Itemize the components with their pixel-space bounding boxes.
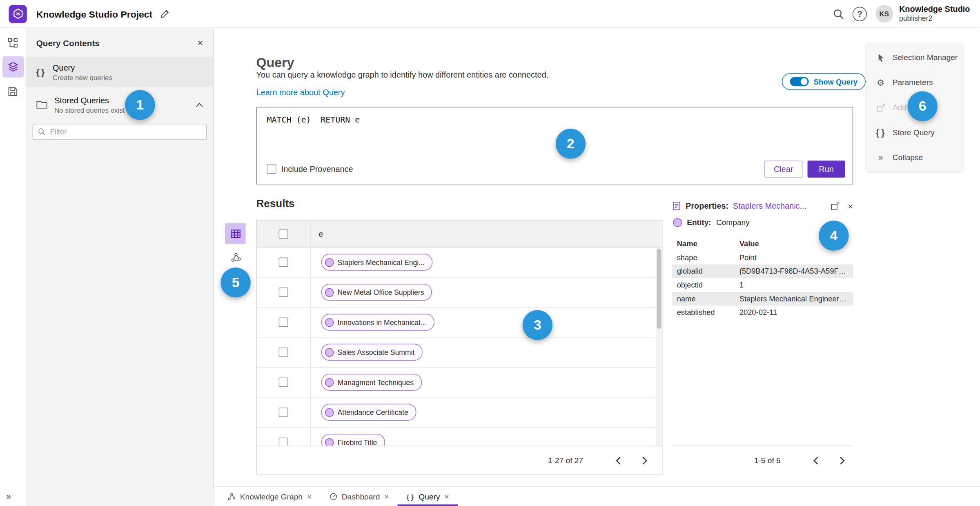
show-query-label: Show Query bbox=[814, 77, 858, 86]
entity-chip[interactable]: Staplers Mechanical Engi... bbox=[321, 254, 433, 270]
menu-item-label: Store Query bbox=[893, 128, 935, 137]
property-row: shape Point bbox=[672, 251, 853, 265]
layers-icon[interactable] bbox=[2, 56, 23, 78]
query-code-text[interactable]: MATCH (e) RETURN e bbox=[267, 115, 360, 125]
learn-more-link[interactable]: Learn more about Query bbox=[256, 87, 345, 97]
select-all-checkbox[interactable] bbox=[279, 229, 288, 239]
show-query-toggle[interactable]: Show Query bbox=[782, 73, 866, 90]
user-info[interactable]: Knowledge Studio publisher2 bbox=[899, 4, 970, 23]
run-button[interactable]: Run bbox=[808, 160, 845, 177]
scrollbar-thumb[interactable] bbox=[657, 249, 662, 329]
top-bar: Knowledge Studio Project ? KS Knowledge … bbox=[0, 0, 980, 28]
entity-chip[interactable]: Sales Associate Summit bbox=[321, 344, 423, 361]
row-checkbox[interactable] bbox=[279, 408, 288, 417]
properties-entity-link[interactable]: Staplers Mechanic... bbox=[733, 201, 806, 211]
app-logo-icon[interactable] bbox=[9, 4, 27, 22]
close-icon[interactable]: × bbox=[197, 38, 203, 48]
collapse-icon: » bbox=[875, 152, 886, 162]
menu-item-selection-manager[interactable]: Selection Manager bbox=[867, 45, 962, 70]
results-footer: 1-27 of 27 bbox=[257, 446, 662, 475]
open-in-new-icon[interactable] bbox=[831, 201, 840, 211]
chevron-left-icon[interactable] bbox=[610, 453, 626, 468]
entity-chip[interactable]: Attendance Certificate bbox=[321, 404, 416, 421]
chevron-left-icon[interactable] bbox=[808, 453, 823, 468]
chevron-up-icon[interactable] bbox=[196, 102, 203, 107]
search-icon[interactable] bbox=[828, 3, 849, 25]
row-checkbox[interactable] bbox=[279, 348, 288, 357]
row-checkbox[interactable] bbox=[279, 437, 288, 446]
edit-title-icon[interactable] bbox=[160, 9, 169, 18]
menu-item-store-query[interactable]: { } Store Query bbox=[867, 120, 962, 145]
filter-input[interactable] bbox=[33, 124, 207, 140]
toggle-track bbox=[790, 77, 809, 86]
tab-dashboard[interactable]: Dashboard × bbox=[321, 487, 398, 506]
properties-footer: 1-5 of 5 bbox=[672, 445, 853, 475]
tab-label: Dashboard bbox=[342, 492, 380, 501]
row-checkbox-cell bbox=[257, 338, 311, 367]
include-provenance-checkbox[interactable] bbox=[267, 165, 276, 174]
entity-chip-label: Attendance Certificate bbox=[338, 408, 408, 416]
graph-icon bbox=[227, 493, 236, 501]
menu-item-label: Parameters bbox=[893, 78, 933, 87]
entity-chip[interactable]: Firebird Title bbox=[321, 434, 385, 446]
query-item-subtitle: Create new queries bbox=[53, 74, 112, 81]
properties-icon bbox=[672, 201, 681, 211]
close-icon[interactable]: × bbox=[848, 201, 853, 211]
hierarchy-icon[interactable] bbox=[2, 32, 23, 53]
clear-button[interactable]: Clear bbox=[764, 160, 802, 177]
tab-query[interactable]: { } Query × bbox=[398, 487, 458, 506]
menu-item-parameters[interactable]: ⚙ Parameters bbox=[867, 70, 962, 95]
add-to-map-icon bbox=[875, 103, 886, 112]
annotation-badge: 6 bbox=[907, 91, 937, 121]
table-view-icon[interactable] bbox=[225, 223, 246, 244]
stored-queries-title: Stored Queries bbox=[54, 96, 125, 105]
row-checkbox[interactable] bbox=[279, 258, 288, 267]
stored-queries-section[interactable]: Stored Queries No stored queries exist bbox=[26, 96, 213, 114]
page-title: Query bbox=[256, 55, 294, 70]
entity-chip-label: New Metal Office Suppliers bbox=[338, 288, 424, 296]
question-mark-icon: ? bbox=[853, 7, 867, 21]
close-icon[interactable]: × bbox=[384, 493, 389, 501]
properties-actions: × bbox=[831, 201, 853, 211]
entity-dot-icon bbox=[325, 408, 334, 417]
property-row: globalid {5D9B4713-F98D-4A53-A59F-C11... bbox=[672, 264, 853, 278]
properties-panel: Properties: Staplers Mechanic... × Entit… bbox=[672, 201, 853, 319]
avatar[interactable]: KS bbox=[875, 5, 893, 22]
menu-item-collapse[interactable]: » Collapse bbox=[867, 145, 962, 170]
tab-knowledge-graph[interactable]: Knowledge Graph × bbox=[219, 487, 321, 506]
close-icon[interactable]: × bbox=[444, 493, 449, 501]
row-checkbox[interactable] bbox=[279, 288, 288, 297]
results-range: 1-27 of 27 bbox=[548, 456, 583, 465]
save-icon[interactable] bbox=[2, 80, 23, 102]
chevron-right-icon[interactable] bbox=[834, 453, 849, 468]
entity-chip[interactable]: Innovations in Mechanical... bbox=[321, 314, 434, 330]
entity-dot-icon bbox=[325, 258, 334, 266]
table-row: Firebird Title bbox=[257, 428, 662, 446]
annotation-badge: 4 bbox=[819, 221, 849, 250]
scrollbar-track[interactable] bbox=[656, 247, 662, 446]
dashboard-icon bbox=[329, 493, 337, 501]
close-icon[interactable]: × bbox=[307, 493, 312, 501]
table-row: Sales Associate Summit bbox=[257, 338, 662, 368]
graph-view-icon[interactable] bbox=[229, 250, 243, 264]
panel-title: Query Contents bbox=[36, 38, 100, 48]
sidebar-item-query[interactable]: { } Query Create new queries bbox=[26, 57, 213, 87]
query-editor[interactable]: MATCH (e) RETURN e Include Provenance Cl… bbox=[256, 107, 853, 185]
row-checkbox[interactable] bbox=[279, 318, 288, 327]
property-value: Point bbox=[739, 253, 848, 262]
property-value: Staplers Mechanical Engineering bbox=[739, 294, 848, 303]
help-icon[interactable]: ? bbox=[849, 3, 871, 25]
chevron-right-icon[interactable] bbox=[637, 453, 652, 468]
expand-rail-icon[interactable]: » bbox=[6, 491, 11, 501]
entity-chip[interactable]: New Metal Office Suppliers bbox=[321, 284, 432, 301]
column-header-name: Name bbox=[677, 239, 739, 248]
entity-chip[interactable]: Managment Techniques bbox=[321, 374, 422, 390]
menu-item-label: Selection Manager bbox=[893, 53, 958, 62]
table-row: Staplers Mechanical Engi... bbox=[257, 247, 662, 277]
properties-header: Properties: Staplers Mechanic... × bbox=[672, 201, 853, 211]
row-checkbox[interactable] bbox=[279, 377, 288, 387]
property-name: shape bbox=[677, 253, 739, 262]
entity-dot-icon bbox=[325, 438, 334, 446]
properties-label: Properties: bbox=[686, 201, 728, 211]
row-checkbox-cell bbox=[257, 397, 311, 427]
